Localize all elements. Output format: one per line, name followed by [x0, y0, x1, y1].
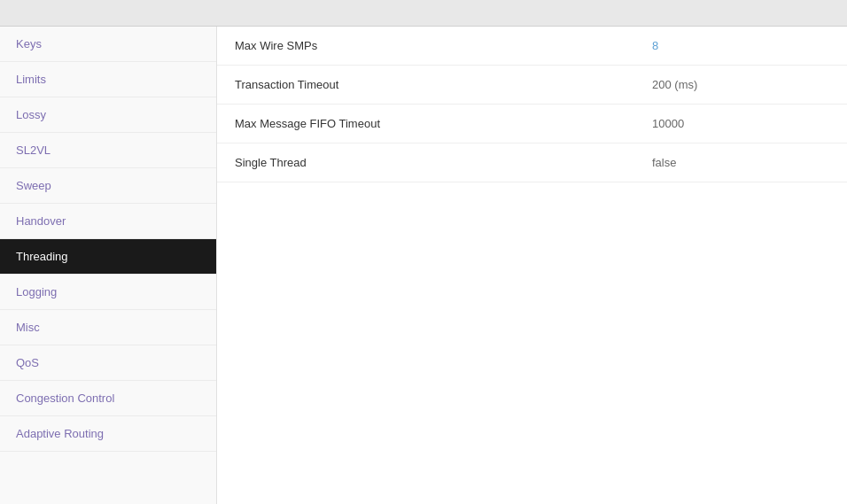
sidebar-item-sweep[interactable]: Sweep	[0, 168, 216, 204]
sidebar-item-keys[interactable]: Keys	[0, 27, 216, 62]
property-row: Max Message FIFO Timeout10000	[217, 105, 847, 143]
sidebar-item-congestion-control[interactable]: Congestion Control	[0, 381, 216, 416]
content-area: Max Wire SMPs8Transaction Timeout200 (ms…	[217, 27, 847, 504]
top-bar	[0, 0, 847, 27]
property-value: 8	[652, 39, 829, 52]
property-label: Max Message FIFO Timeout	[235, 117, 652, 130]
sidebar-item-limits[interactable]: Limits	[0, 62, 216, 97]
property-value: 10000	[652, 117, 829, 130]
property-row: Single Threadfalse	[217, 143, 847, 182]
sidebar: KeysLimitsLossySL2VLSweepHandoverThreadi…	[0, 27, 217, 504]
sidebar-item-threading[interactable]: Threading	[0, 239, 216, 275]
sidebar-item-lossy[interactable]: Lossy	[0, 97, 216, 133]
sidebar-item-handover[interactable]: Handover	[0, 204, 216, 239]
property-row: Max Wire SMPs8	[217, 27, 847, 66]
main-container: KeysLimitsLossySL2VLSweepHandoverThreadi…	[0, 27, 847, 504]
property-label: Max Wire SMPs	[235, 39, 652, 52]
sidebar-item-logging[interactable]: Logging	[0, 275, 216, 310]
property-label: Single Thread	[235, 156, 652, 169]
sidebar-item-sl2vl[interactable]: SL2VL	[0, 133, 216, 168]
sidebar-item-adaptive-routing[interactable]: Adaptive Routing	[0, 416, 216, 452]
sidebar-item-misc[interactable]: Misc	[0, 310, 216, 345]
property-value: 200 (ms)	[652, 78, 829, 91]
property-row: Transaction Timeout200 (ms)	[217, 66, 847, 105]
property-value: false	[652, 156, 829, 169]
property-label: Transaction Timeout	[235, 78, 652, 91]
sidebar-item-qos[interactable]: QoS	[0, 345, 216, 381]
